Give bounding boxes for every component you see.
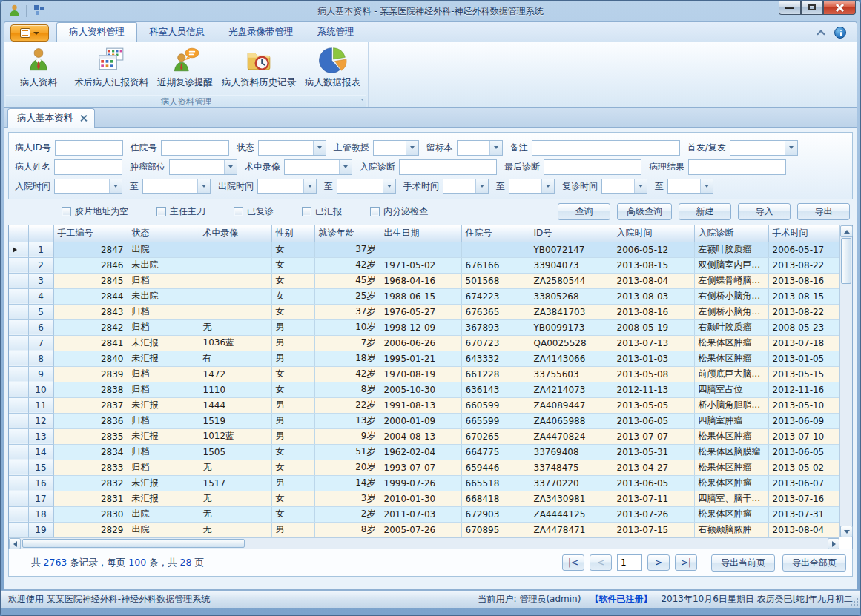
patient-history-button[interactable]: 病人资料历史记录	[217, 44, 300, 91]
next-page-button[interactable]: >	[647, 554, 670, 571]
row-selector-cell[interactable]	[9, 475, 28, 491]
application-menu-button[interactable]	[10, 24, 49, 42]
revisit-reminder-button[interactable]: 近期复诊提醒	[153, 44, 217, 91]
combo-dropdown-arrow-icon[interactable]	[383, 179, 395, 193]
row-selector-cell[interactable]	[9, 444, 28, 460]
row-selector-cell[interactable]	[9, 304, 28, 319]
column-header[interactable]: 手工编号	[53, 225, 128, 242]
combo-dropdown-arrow-icon[interactable]	[541, 179, 554, 193]
text-input[interactable]	[399, 159, 497, 175]
column-header[interactable]: 性别	[271, 225, 314, 242]
table-row[interactable]: 112837未汇报1444男22岁1991-08-13660599ZA40894…	[9, 397, 839, 413]
row-selector-cell[interactable]	[9, 257, 28, 273]
vertical-scrollbar[interactable]	[839, 225, 852, 537]
page-number-input[interactable]	[617, 554, 642, 571]
combo-select[interactable]	[54, 179, 122, 194]
row-selector-cell[interactable]	[9, 351, 28, 366]
checkbox-box[interactable]	[370, 207, 380, 216]
text-input[interactable]	[161, 140, 229, 156]
text-input[interactable]	[55, 140, 123, 156]
horizontal-scrollbar[interactable]	[9, 537, 839, 549]
combo-dropdown-arrow-icon[interactable]	[785, 141, 797, 155]
checkbox-box[interactable]	[302, 207, 311, 216]
filter-checkbox[interactable]: 胶片地址为空	[62, 205, 128, 218]
filter-checkbox[interactable]: 已复诊	[234, 205, 274, 218]
filter-checkbox[interactable]: 主任主刀	[156, 205, 205, 218]
combo-select[interactable]	[730, 140, 798, 156]
patient-report-chart-button[interactable]: 病人数据报表	[300, 44, 365, 91]
column-header[interactable]: 入院诊断	[694, 225, 768, 242]
table-row[interactable]: 22846未出院女42岁1971-05-02676166339040732013…	[9, 257, 839, 273]
table-row[interactable]: 32845归档女45岁1968-04-16501568ZA25805442013…	[9, 273, 839, 288]
combo-dropdown-arrow-icon[interactable]	[224, 160, 237, 174]
combo-select[interactable]	[169, 159, 237, 175]
checkbox-box[interactable]	[62, 207, 71, 216]
row-selector-cell[interactable]	[9, 335, 28, 351]
row-selector-cell[interactable]	[9, 506, 28, 522]
row-selector-cell[interactable]	[9, 288, 28, 304]
table-row[interactable]: 52843归档女37岁1976-05-27676365ZA38417032013…	[9, 304, 839, 319]
layout-grid-icon[interactable]	[33, 4, 45, 18]
prev-page-button[interactable]: <	[590, 554, 612, 571]
row-selector-cell[interactable]	[9, 491, 28, 506]
combo-dropdown-arrow-icon[interactable]	[489, 141, 502, 155]
combo-dropdown-arrow-icon[interactable]	[109, 179, 122, 193]
row-selector-cell[interactable]	[9, 242, 28, 257]
column-header[interactable]: 住院号	[461, 225, 530, 242]
registered-link[interactable]: 【软件已注册】	[590, 593, 652, 606]
table-row[interactable]: 72841未汇报1036蓝男7岁2006-06-26670723QA002552…	[9, 335, 839, 351]
combo-select[interactable]	[284, 159, 352, 175]
tab-close-icon[interactable]	[80, 115, 87, 122]
combo-select[interactable]	[509, 179, 555, 194]
table-row[interactable]: 42844未出院女25岁1988-06-15674223338052682013…	[9, 288, 839, 304]
table-row[interactable]: 82840未汇报有男18岁1995-01-21643332ZA414306620…	[9, 351, 839, 366]
table-row[interactable]: 132835未汇报1012蓝男9岁2004-08-13670265ZA44708…	[9, 428, 839, 444]
scroll-right-button[interactable]	[828, 538, 839, 549]
combo-select[interactable]	[373, 140, 419, 156]
resize-grip[interactable]	[851, 598, 858, 606]
column-header[interactable]: 入院时间	[613, 225, 694, 242]
checkbox-box[interactable]	[234, 207, 243, 216]
table-row[interactable]: 162832未汇报1517男14岁1999-07-266655183377022…	[9, 475, 839, 491]
row-selector-cell[interactable]	[9, 273, 28, 288]
combo-dropdown-arrow-icon[interactable]	[475, 179, 488, 193]
combo-dropdown-arrow-icon[interactable]	[700, 179, 713, 193]
combo-dropdown-arrow-icon[interactable]	[634, 179, 647, 193]
combo-select[interactable]	[337, 179, 396, 194]
combo-select[interactable]	[601, 179, 647, 194]
table-row[interactable]: 122836归档1519男13岁2000-01-09665599ZA406598…	[9, 413, 839, 428]
column-header[interactable]: 出生日期	[380, 225, 461, 242]
combo-select[interactable]	[258, 140, 326, 156]
scroll-left-button[interactable]	[9, 538, 21, 549]
row-selector-cell[interactable]	[9, 397, 28, 413]
minimize-button[interactable]	[779, 1, 801, 15]
combo-dropdown-arrow-icon[interactable]	[197, 179, 210, 193]
table-row[interactable]: 192829出院无男8岁2005-07-26670895ZA4478471201…	[9, 522, 839, 537]
text-input[interactable]	[544, 159, 641, 175]
column-header[interactable]: 状态	[128, 225, 199, 242]
combo-dropdown-arrow-icon[interactable]	[313, 141, 326, 155]
column-header[interactable]: 术中录像	[199, 225, 271, 242]
query-button[interactable]: 查询	[558, 203, 610, 220]
table-row[interactable]: 182830出院无女2岁2011-07-03672903ZA4444125201…	[9, 506, 839, 522]
app-logo-icon[interactable]	[8, 4, 21, 19]
ribbon-tab-patient-data[interactable]: 病人资料管理	[56, 22, 137, 43]
filter-checkbox[interactable]: 已汇报	[302, 205, 342, 218]
combo-select[interactable]	[257, 179, 317, 194]
export-button[interactable]: 导出	[797, 203, 850, 220]
filter-checkbox[interactable]: 内分泌检查	[370, 205, 428, 218]
table-row[interactable]: 92839归档1472女42岁1970-08-19661228337556032…	[9, 366, 839, 382]
close-button[interactable]	[823, 1, 856, 15]
vertical-scroll-thumb[interactable]	[841, 238, 851, 284]
tab-patient-basic-info[interactable]: 病人基本资料	[7, 108, 95, 128]
checkbox-box[interactable]	[156, 207, 166, 216]
export-current-page-button[interactable]: 导出当前页	[711, 554, 775, 572]
postop-report-data-button[interactable]: 术后病人汇报资料	[70, 44, 153, 91]
table-row[interactable]: 102838归档1110女8岁2005-10-30636143ZA4214073…	[9, 382, 839, 397]
text-input[interactable]	[532, 140, 680, 156]
ribbon-tab-disc-video[interactable]: 光盘录像带管理	[217, 23, 306, 42]
combo-select[interactable]	[457, 140, 503, 156]
patient-data-button[interactable]: 病人资料	[7, 44, 70, 91]
combo-dropdown-arrow-icon[interactable]	[339, 160, 352, 174]
row-selector-cell[interactable]	[9, 413, 28, 428]
